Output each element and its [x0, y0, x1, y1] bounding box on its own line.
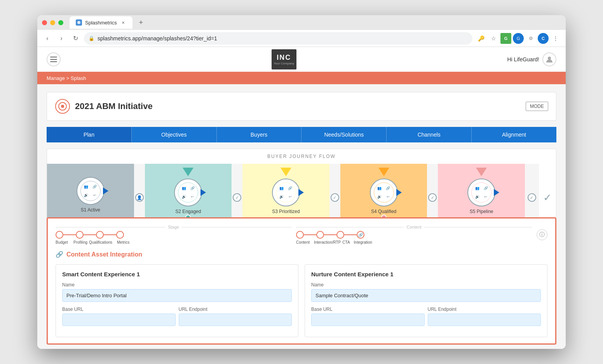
label-content: Content [296, 240, 304, 244]
nurture-card-title: Nurture Content Experience 1 [311, 271, 541, 277]
traffic-light-green[interactable] [58, 20, 63, 25]
content-steps-group: Content [296, 225, 532, 244]
svg-rect-1 [50, 57, 57, 57]
label-budget: Budget [56, 240, 63, 244]
initiative-header: 2021 ABM Initiative MODE [47, 92, 556, 121]
smart-url-fields: Base URL URL Endpoint [62, 307, 292, 331]
smart-content-card: Smart Content Experience 1 Name Pre-Tria… [56, 264, 298, 337]
initiative-icon [55, 99, 70, 114]
stage-s1-active: 👥 🔗 🔊 ↩ S1 Active [47, 164, 134, 217]
forward-button[interactable]: › [56, 33, 67, 44]
node-s2-icon-4: ↩ [188, 193, 196, 201]
breadcrumb-text: Manage > Splash [47, 75, 86, 81]
step-budget[interactable] [56, 231, 63, 239]
label-cta: CTA [342, 240, 350, 244]
connector-check-s3s4: ✓ [329, 164, 340, 217]
user-profile-icon[interactable]: C [538, 33, 549, 44]
smart-url-endpoint-value[interactable] [179, 314, 292, 326]
nurture-url-endpoint-value[interactable] [428, 314, 541, 326]
tab-objectives[interactable]: Objectives [131, 127, 216, 142]
tab-alignment[interactable]: Alignment [471, 127, 556, 142]
stage-steps-group: Stage [56, 225, 291, 244]
more-options-button[interactable]: ⋮ [550, 33, 561, 44]
node-s5-arrow [494, 189, 499, 196]
nurture-url-endpoint-label: URL Endpoint [428, 307, 541, 312]
lock-icon: 🔒 [89, 36, 94, 41]
stage-steps-row [56, 231, 291, 239]
label-profiling: Profiling [73, 240, 81, 244]
refresh-button[interactable]: ↻ [70, 33, 81, 44]
smart-base-url-label: Base URL [62, 307, 176, 312]
section-title-text: Content Asset Integration [66, 251, 142, 258]
step-metrics[interactable] [116, 231, 124, 239]
content-group-label: Content [406, 225, 422, 229]
url-text: splashmetrics.app/manage/splashes/24?tie… [98, 35, 217, 42]
tab-needs-solutions[interactable]: Needs/Solutions [301, 127, 386, 142]
header-user-area: Hi LifeGuard! [507, 52, 556, 66]
stage-s5-label: S5 Pipeline [441, 206, 522, 217]
stage-step-labels: Budget Profiling Qualifications Metrics [56, 240, 291, 244]
connector-check-s2s3: ✓ [232, 164, 242, 217]
user-avatar[interactable] [542, 52, 556, 66]
step-integration[interactable]: 🔗 [357, 231, 364, 239]
browser-tab[interactable]: Splashmetrics ✕ [70, 16, 132, 29]
hamburger-menu-button[interactable] [47, 52, 61, 66]
nurture-name-value[interactable]: Sample Contract/Quote [311, 289, 541, 302]
greeting-text: Hi LifeGuard! [507, 56, 539, 62]
node-s1-arrow [103, 187, 108, 194]
extension-icon-2[interactable]: G [513, 33, 524, 44]
key-icon: 🔑 [476, 33, 486, 44]
svg-rect-3 [50, 61, 57, 62]
node-s1-icon-1: 👥 [82, 183, 90, 191]
traffic-light-red[interactable] [42, 20, 47, 25]
step-content[interactable] [296, 231, 304, 239]
tab-buyers[interactable]: Buyers [216, 127, 302, 142]
node-s5: 👥 🔗 🔊 ↩ [467, 179, 495, 206]
connector-person-s1s2: 👤 [134, 164, 145, 217]
extension-icon-1[interactable]: G [500, 33, 511, 44]
content-cards: Smart Content Experience 1 Name Pre-Tria… [56, 264, 547, 337]
journey-flow-header: BUYER JOURNEY FLOW [47, 149, 556, 164]
step-interaction-rtp[interactable] [316, 231, 324, 239]
step-cta[interactable] [336, 231, 344, 239]
tab-plan[interactable]: Plan [47, 127, 131, 142]
svg-rect-2 [50, 59, 57, 60]
nurture-base-url-label: Base URL [311, 307, 425, 312]
funnel-s2 [183, 168, 193, 176]
smart-base-url-value[interactable] [62, 314, 176, 326]
new-tab-button[interactable]: + [136, 17, 146, 28]
address-bar[interactable]: 🔒 splashmetrics.app/manage/splashes/24?t… [84, 32, 472, 45]
progress-steps-area: Stage [56, 225, 547, 244]
star-icon[interactable]: ☆ [488, 33, 499, 44]
stage-s3-label: S3 Prioritized [246, 206, 326, 217]
svg-point-4 [548, 57, 551, 60]
funnel-s5 [476, 168, 487, 176]
info-button[interactable]: ⓘ [537, 229, 547, 240]
nurture-name-label: Name [311, 282, 541, 288]
smart-name-value[interactable]: Pre-Trial/Demo Intro Portal [62, 289, 292, 302]
tab-channels[interactable]: Channels [386, 127, 471, 142]
funnel-s4 [378, 168, 389, 176]
bottom-panel: Stage [47, 217, 556, 345]
tab-close-button[interactable]: ✕ [120, 19, 126, 26]
connector-check-s5-end: ✓ [525, 164, 539, 217]
app-header: INC Your Company Hi LifeGuard! [37, 47, 566, 72]
label-integration: Integration [354, 240, 372, 244]
step-qualifications[interactable] [96, 231, 104, 239]
stage-s2-engaged: 👥 🔗 🔊 ↩ S2 Engaged [145, 164, 232, 217]
tab-title: Splashmetrics [85, 20, 117, 26]
traffic-light-yellow[interactable] [50, 20, 55, 25]
nurture-base-url-value[interactable] [311, 314, 425, 326]
mode-button[interactable]: MODE [526, 102, 548, 111]
extension-icon-3[interactable]: ⚙ [525, 33, 536, 44]
step-profiling[interactable] [76, 231, 84, 239]
node-s1-icon-2: 🔗 [91, 183, 99, 191]
label-qualifications: Qualifications [89, 240, 112, 244]
initiative-title: 2021 ABM Initiative [75, 101, 153, 111]
svg-point-7 [61, 105, 64, 108]
node-s1-icon-4: ↩ [91, 191, 99, 199]
smart-url-endpoint-label: URL Endpoint [179, 307, 292, 312]
back-button[interactable]: ‹ [42, 33, 53, 44]
node-s2-icon-3: 🔊 [180, 193, 188, 201]
stage-s3-prioritized: 👥 🔗 🔊 ↩ S3 Prioritized [242, 164, 329, 217]
